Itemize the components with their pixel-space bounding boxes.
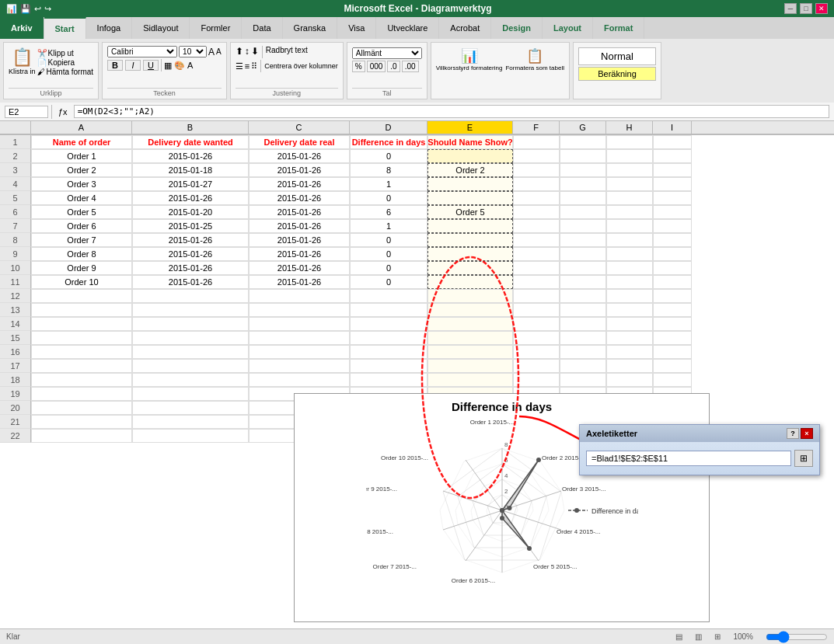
table-cell[interactable] bbox=[513, 191, 560, 205]
table-cell[interactable]: 1 bbox=[350, 219, 427, 233]
align-middle-btn[interactable]: ↕ bbox=[245, 46, 250, 58]
tab-start[interactable]: Start bbox=[44, 17, 86, 39]
table-cell[interactable] bbox=[249, 289, 350, 303]
table-cell[interactable] bbox=[560, 233, 606, 247]
table-cell[interactable] bbox=[132, 303, 249, 317]
table-cell[interactable] bbox=[513, 261, 560, 275]
table-cell[interactable] bbox=[560, 163, 606, 177]
table-cell[interactable] bbox=[427, 275, 513, 289]
table-cell[interactable] bbox=[560, 373, 606, 387]
table-cell[interactable] bbox=[132, 387, 249, 401]
font-size-select[interactable]: 10 bbox=[179, 46, 207, 57]
table-cell[interactable] bbox=[560, 289, 606, 303]
table-cell[interactable]: 2015-01-26 bbox=[249, 191, 350, 205]
table-cell[interactable] bbox=[249, 331, 350, 345]
table-cell[interactable]: 2015-01-26 bbox=[249, 275, 350, 289]
table-cell[interactable]: Order 5 bbox=[427, 205, 513, 219]
table-cell[interactable] bbox=[606, 247, 653, 261]
table-cell[interactable]: 2015-01-27 bbox=[132, 177, 249, 191]
table-cell[interactable] bbox=[513, 317, 560, 331]
table-cell[interactable]: Order 9 bbox=[31, 261, 132, 275]
number-format-select[interactable]: Allmänt bbox=[352, 47, 422, 59]
table-cell[interactable] bbox=[132, 317, 249, 331]
table-cell[interactable] bbox=[653, 177, 692, 191]
table-cell[interactable] bbox=[560, 219, 606, 233]
table-cell[interactable] bbox=[606, 317, 653, 331]
table-cell[interactable] bbox=[427, 345, 513, 359]
normal-style-box[interactable]: Normal bbox=[578, 47, 656, 65]
table-cell[interactable] bbox=[427, 303, 513, 317]
table-cell[interactable] bbox=[653, 303, 692, 317]
table-cell[interactable]: Order 8 bbox=[31, 247, 132, 261]
table-cell[interactable] bbox=[653, 205, 692, 219]
table-cell[interactable]: 2015-01-26 bbox=[132, 191, 249, 205]
decimal-increase-btn[interactable]: .0 bbox=[387, 61, 400, 72]
table-cell[interactable] bbox=[31, 415, 132, 429]
dialog-close-btn[interactable]: × bbox=[801, 428, 813, 439]
table-cell[interactable] bbox=[653, 191, 692, 205]
col-header-e[interactable]: E bbox=[427, 121, 513, 134]
table-cell[interactable] bbox=[560, 205, 606, 219]
tab-granska[interactable]: Granska bbox=[283, 17, 338, 39]
wrap-text-btn[interactable]: Radbryt text bbox=[266, 46, 308, 58]
table-cell[interactable]: Delivery date wanted bbox=[132, 135, 249, 149]
table-cell[interactable] bbox=[560, 317, 606, 331]
table-cell[interactable] bbox=[350, 331, 427, 345]
table-cell[interactable]: 0 bbox=[350, 233, 427, 247]
table-cell[interactable]: Order 10 bbox=[31, 275, 132, 289]
table-cell[interactable]: Order 1 bbox=[31, 149, 132, 163]
table-cell[interactable] bbox=[560, 135, 606, 149]
merge-center-btn[interactable]: Centrera över kolumner bbox=[264, 62, 338, 70]
table-cell[interactable]: Order 2 bbox=[31, 163, 132, 177]
table-cell[interactable]: 0 bbox=[350, 247, 427, 261]
table-cell[interactable] bbox=[513, 275, 560, 289]
klipp-ut-btn[interactable]: ✂️Klipp ut bbox=[37, 49, 94, 57]
table-cell[interactable] bbox=[513, 163, 560, 177]
table-cell[interactable] bbox=[606, 331, 653, 345]
table-cell[interactable] bbox=[31, 331, 132, 345]
table-cell[interactable] bbox=[560, 247, 606, 261]
table-cell[interactable]: Should Name Show? bbox=[427, 135, 513, 149]
table-cell[interactable]: 8 bbox=[350, 163, 427, 177]
quick-access-undo[interactable]: ↩ bbox=[34, 4, 41, 14]
table-cell[interactable] bbox=[606, 303, 653, 317]
table-cell[interactable] bbox=[653, 317, 692, 331]
table-cell[interactable] bbox=[31, 345, 132, 359]
table-cell[interactable]: 2015-01-26 bbox=[249, 149, 350, 163]
table-cell[interactable] bbox=[606, 345, 653, 359]
table-cell[interactable] bbox=[560, 303, 606, 317]
table-cell[interactable] bbox=[427, 289, 513, 303]
table-cell[interactable]: 2015-01-26 bbox=[249, 261, 350, 275]
table-cell[interactable]: 2015-01-26 bbox=[132, 275, 249, 289]
hamta-format-btn[interactable]: 🖌Hämta format bbox=[37, 68, 94, 76]
berakning-style-box[interactable]: Beräkning bbox=[578, 67, 656, 81]
dialog-range-selector-btn[interactable]: ⊞ bbox=[794, 450, 813, 467]
view-pagebreak-btn[interactable]: ⊞ bbox=[714, 632, 721, 641]
table-cell[interactable] bbox=[653, 149, 692, 163]
table-cell[interactable] bbox=[427, 191, 513, 205]
table-cell[interactable]: 2015-01-26 bbox=[249, 233, 350, 247]
table-cell[interactable] bbox=[31, 387, 132, 401]
border-btn[interactable]: ▦ bbox=[164, 61, 172, 71]
villkorsstyrd-btn[interactable]: 📊 Villkorsstyrd formatering bbox=[436, 47, 503, 71]
table-cell[interactable]: Name of order bbox=[31, 135, 132, 149]
table-cell[interactable] bbox=[350, 289, 427, 303]
table-cell[interactable] bbox=[560, 359, 606, 373]
table-cell[interactable] bbox=[249, 317, 350, 331]
table-cell[interactable] bbox=[653, 345, 692, 359]
table-cell[interactable] bbox=[513, 177, 560, 191]
table-cell[interactable] bbox=[513, 303, 560, 317]
table-cell[interactable] bbox=[513, 359, 560, 373]
table-cell[interactable] bbox=[653, 359, 692, 373]
tab-data[interactable]: Data bbox=[242, 17, 282, 39]
tab-utvecklare[interactable]: Utvecklare bbox=[376, 17, 439, 39]
table-cell[interactable] bbox=[606, 135, 653, 149]
table-cell[interactable] bbox=[350, 317, 427, 331]
font-family-select[interactable]: Calibri bbox=[107, 46, 177, 57]
align-bottom-btn[interactable]: ⬇ bbox=[251, 46, 259, 58]
table-cell[interactable] bbox=[132, 345, 249, 359]
table-cell[interactable] bbox=[560, 149, 606, 163]
table-cell[interactable]: 2015-01-25 bbox=[132, 219, 249, 233]
table-cell[interactable] bbox=[560, 275, 606, 289]
tab-design[interactable]: Design bbox=[491, 17, 543, 39]
